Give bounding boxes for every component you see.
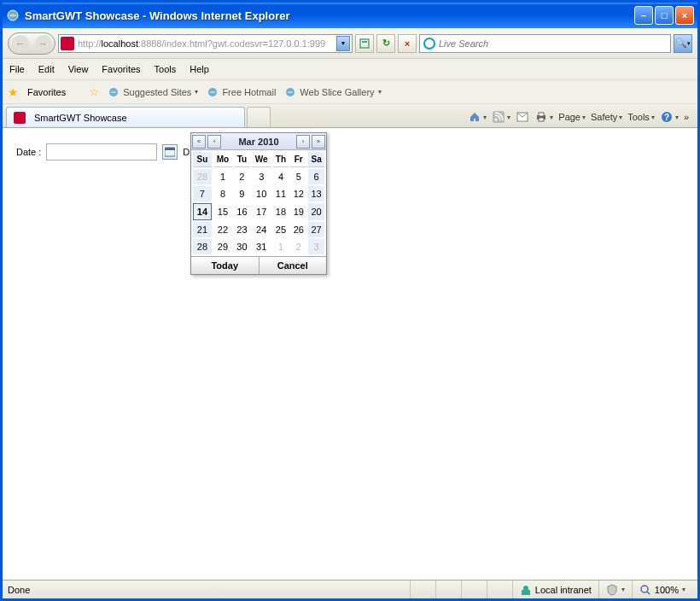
calendar-day-cell[interactable]: 21 (193, 222, 212, 237)
title-bar: SmartGWT Showcase - Windows Internet Exp… (3, 3, 697, 28)
bing-icon (423, 38, 435, 50)
new-tab-button[interactable] (247, 107, 271, 127)
prev-month-button[interactable]: ‹ (207, 135, 221, 149)
url-rest: :8888/index.html?gwt.codesvr=127.0.0.1:9… (138, 38, 325, 49)
calendar-day-cell[interactable]: 5 (290, 169, 306, 184)
svg-point-21 (641, 586, 648, 592)
next-month-button[interactable]: › (296, 135, 310, 149)
calendar-day-cell[interactable]: 15 (213, 203, 232, 220)
page-menu-label: Page (558, 112, 580, 122)
calendar-day-cell[interactable]: 26 (290, 222, 306, 237)
today-button[interactable]: Today (191, 257, 260, 274)
tab-smartgwt[interactable]: SmartGWT Showcase (6, 107, 245, 127)
calendar-grid: SuMoTuWeThFrSa 2812345678910111213141516… (191, 150, 326, 256)
calendar-day-cell[interactable]: 11 (273, 186, 289, 201)
calendar-day-cell[interactable]: 8 (213, 186, 232, 201)
calendar-day-cell[interactable]: 28 (193, 169, 212, 184)
calendar-day-cell[interactable]: 13 (308, 186, 324, 201)
refresh-button[interactable]: ↻ (376, 34, 395, 53)
web-slice-link[interactable]: Web Slice Gallery ▾ (284, 86, 381, 98)
help-button[interactable]: ?▾ (660, 110, 679, 124)
menu-edit[interactable]: Edit (38, 64, 55, 74)
svg-text:?: ? (664, 113, 669, 122)
safety-menu[interactable]: Safety▾ (591, 112, 622, 122)
calendar-day-cell[interactable]: 7 (193, 186, 212, 201)
suggested-sites-link[interactable]: Suggested Sites ▾ (108, 86, 198, 98)
calendar-day-cell[interactable]: 2 (290, 239, 306, 254)
overflow-button[interactable]: » (684, 112, 689, 122)
calendar-day-cell[interactable]: 6 (308, 169, 324, 184)
protected-mode[interactable]: ▾ (598, 581, 632, 598)
calendar-day-cell[interactable]: 20 (308, 203, 324, 220)
tools-menu[interactable]: Tools▾ (627, 112, 655, 122)
next-year-button[interactable]: » (312, 135, 325, 149)
calendar-day-cell[interactable]: 17 (252, 203, 271, 220)
menu-bar: File Edit View Favorites Tools Help (3, 59, 697, 79)
calendar-day-cell[interactable]: 30 (234, 239, 250, 254)
calendar-day-header: Tu (234, 152, 250, 167)
cancel-button[interactable]: Cancel (260, 257, 327, 274)
mail-button[interactable] (516, 110, 529, 124)
calendar-day-cell[interactable]: 4 (273, 169, 289, 184)
menu-tools[interactable]: Tools (155, 64, 177, 74)
calendar-day-cell[interactable]: 18 (273, 203, 289, 220)
status-segment (410, 581, 435, 598)
calendar-day-cell[interactable]: 1 (273, 239, 289, 254)
search-input[interactable] (439, 38, 667, 49)
search-go-button[interactable]: 🔍▾ (674, 34, 692, 53)
feeds-button[interactable]: ▾ (492, 110, 510, 124)
page-menu[interactable]: Page▾ (558, 112, 586, 122)
calendar-day-cell[interactable]: 16 (234, 203, 250, 220)
calendar-day-cell[interactable]: 3 (308, 239, 324, 254)
address-toolbar: ← → http://localhost:8888/index.html?gwt… (3, 28, 697, 59)
calendar-day-cell[interactable]: 1 (213, 169, 232, 184)
chevron-down-icon: ▾ (195, 88, 198, 96)
prev-year-button[interactable]: « (192, 135, 206, 149)
search-bar[interactable] (419, 34, 671, 53)
page-content: Date : Di « ‹ Mar 2010 › » SuMoTuWeThFrS… (3, 128, 697, 580)
calendar-title[interactable]: Mar 2010 (222, 137, 295, 147)
stop-button[interactable]: × (398, 34, 417, 53)
calendar-day-cell[interactable]: 14 (193, 203, 212, 220)
back-button[interactable]: ← (12, 35, 29, 52)
calendar-day-cell[interactable]: 31 (252, 239, 271, 254)
calendar-day-header: Sa (308, 152, 324, 167)
close-button[interactable]: × (675, 6, 694, 25)
calendar-day-cell[interactable]: 2 (234, 169, 250, 184)
address-bar[interactable]: http://localhost:8888/index.html?gwt.cod… (58, 34, 353, 53)
web-slice-label: Web Slice Gallery (300, 87, 374, 97)
security-zone[interactable]: Local intranet (512, 581, 598, 598)
menu-help[interactable]: Help (190, 64, 209, 74)
calendar-day-cell[interactable]: 3 (252, 169, 271, 184)
calendar-icon (165, 147, 175, 157)
date-input[interactable] (46, 143, 157, 160)
calendar-day-cell[interactable]: 23 (234, 222, 250, 237)
date-picker-button[interactable] (162, 144, 178, 160)
calendar-day-header: Fr (290, 152, 306, 167)
calendar-day-cell[interactable]: 22 (213, 222, 232, 237)
calendar-day-cell[interactable]: 9 (234, 186, 250, 201)
zoom-control[interactable]: 100% ▾ (632, 581, 692, 598)
calendar-day-cell[interactable]: 12 (290, 186, 306, 201)
minimize-button[interactable]: – (634, 6, 653, 25)
calendar-day-cell[interactable]: 10 (252, 186, 271, 201)
calendar-day-cell[interactable]: 29 (213, 239, 232, 254)
maximize-button[interactable]: □ (655, 6, 674, 25)
forward-button[interactable]: → (35, 35, 52, 52)
calendar-day-cell[interactable]: 19 (290, 203, 306, 220)
menu-file[interactable]: File (9, 64, 25, 74)
compat-view-button[interactable] (355, 34, 374, 53)
favorites-button[interactable]: Favorites (27, 87, 66, 97)
address-dropdown[interactable]: ▾ (336, 36, 350, 51)
print-button[interactable]: ▾ (534, 110, 553, 124)
add-fav-icon[interactable]: ☆ (90, 86, 99, 98)
home-button[interactable]: ▾ (468, 110, 487, 124)
calendar-day-cell[interactable]: 24 (252, 222, 271, 237)
menu-view[interactable]: View (68, 64, 89, 74)
calendar-day-cell[interactable]: 25 (273, 222, 289, 237)
menu-favorites[interactable]: Favorites (102, 64, 140, 74)
svg-rect-10 (539, 113, 544, 116)
free-hotmail-link[interactable]: Free Hotmail (207, 86, 276, 98)
calendar-day-cell[interactable]: 27 (308, 222, 324, 237)
calendar-day-cell[interactable]: 28 (193, 239, 212, 254)
